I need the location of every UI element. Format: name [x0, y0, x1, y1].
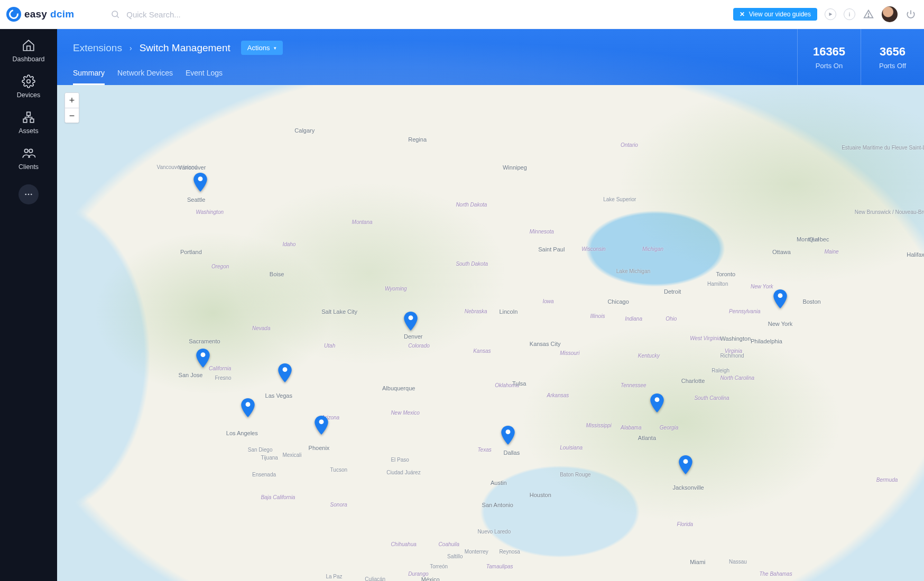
sidebar-item-clients[interactable]: Clients: [19, 146, 39, 171]
main: Extensions › Switch Management Actions ▾…: [57, 29, 924, 581]
sidebar-item-label: Assets: [19, 127, 39, 135]
video-guides-button[interactable]: ✕ View our video guides: [733, 8, 817, 21]
stat-label: Ports Off: [879, 62, 906, 70]
breadcrumb-page: Switch Management: [140, 42, 230, 54]
sidebar-item-label: Dashboard: [12, 55, 44, 63]
topbar: easydcim ✕ View our video guides i: [0, 0, 924, 29]
map-pin-dallas[interactable]: [501, 426, 515, 445]
power-icon[interactable]: [905, 8, 917, 20]
play-icon[interactable]: [825, 8, 836, 20]
stat-ports-off: 3656 Ports Off: [861, 29, 924, 85]
map-pin-los-angeles[interactable]: [241, 398, 255, 417]
svg-line-1: [117, 16, 119, 17]
svg-rect-8: [30, 119, 34, 123]
map-area[interactable]: + − CalgaryReginaWinnipegOntarioQuébecEs…: [57, 85, 924, 581]
map-pin-las-vegas[interactable]: [278, 363, 292, 382]
svg-rect-6: [27, 112, 31, 116]
svg-point-20: [505, 429, 510, 434]
logo-text-b: dcim: [50, 8, 74, 20]
stat-label: Ports On: [816, 62, 843, 70]
sidebar-more-button[interactable]: [19, 184, 39, 204]
svg-point-0: [112, 11, 118, 17]
stat-value: 3656: [880, 45, 905, 59]
sidebar: Dashboard Devices Assets Clients: [0, 29, 57, 581]
avatar[interactable]: [882, 6, 898, 22]
map-pin-denver[interactable]: [404, 312, 418, 331]
svg-point-4: [868, 16, 869, 17]
video-guides-label: View our video guides: [749, 11, 811, 18]
chevron-down-icon: ▾: [274, 45, 276, 51]
svg-rect-7: [23, 119, 27, 123]
svg-point-21: [654, 397, 659, 402]
actions-label: Actions: [247, 44, 270, 52]
svg-point-15: [200, 352, 205, 357]
gear-icon: [22, 74, 35, 88]
chevron-right-icon: ›: [130, 44, 132, 52]
tab-event-logs[interactable]: Event Logs: [186, 69, 223, 85]
svg-point-12: [28, 194, 30, 195]
svg-point-18: [319, 419, 324, 424]
search-wrap: [110, 10, 726, 19]
map-pin-phoenix[interactable]: [315, 416, 328, 435]
svg-point-23: [778, 293, 782, 298]
stats: 16365 Ports On 3656 Ports Off: [797, 29, 924, 85]
home-icon: [22, 39, 35, 52]
svg-marker-2: [829, 13, 833, 16]
more-icon: [24, 190, 33, 199]
sidebar-item-dashboard[interactable]: Dashboard: [12, 39, 44, 63]
stat-ports-on: 16365 Ports On: [797, 29, 861, 85]
svg-point-14: [198, 176, 202, 181]
svg-point-17: [283, 368, 288, 372]
stat-value: 16365: [813, 45, 845, 59]
breadcrumb-root[interactable]: Extensions: [73, 42, 122, 54]
tab-summary[interactable]: Summary: [73, 69, 105, 85]
close-icon[interactable]: ✕: [740, 11, 745, 18]
info-icon[interactable]: i: [844, 8, 855, 20]
map-pin-san-jose[interactable]: [196, 349, 210, 368]
svg-point-5: [27, 80, 31, 83]
sidebar-item-label: Clients: [19, 163, 39, 171]
map-pin-jacksonville[interactable]: [679, 455, 692, 474]
page-header: Extensions › Switch Management Actions ▾…: [57, 29, 924, 85]
zoom-out-button[interactable]: −: [65, 108, 79, 123]
svg-point-16: [245, 402, 250, 407]
sidebar-item-devices[interactable]: Devices: [17, 74, 40, 99]
svg-point-10: [29, 149, 33, 153]
assets-icon: [22, 110, 35, 124]
breadcrumb: Extensions › Switch Management: [73, 42, 230, 54]
logo-mark-icon: [6, 7, 21, 22]
svg-point-13: [31, 194, 32, 195]
alert-icon[interactable]: [863, 8, 874, 20]
actions-button[interactable]: Actions ▾: [241, 41, 283, 55]
zoom-in-button[interactable]: +: [65, 93, 79, 108]
logo[interactable]: easydcim: [6, 7, 74, 22]
map-pin-new-york[interactable]: [773, 289, 787, 308]
logo-text-a: easy: [24, 8, 47, 20]
search-icon: [110, 10, 120, 19]
sidebar-item-assets[interactable]: Assets: [19, 110, 39, 135]
map-pin-seattle[interactable]: [193, 173, 207, 192]
top-icons: ✕ View our video guides i: [733, 6, 917, 22]
svg-point-22: [683, 459, 688, 464]
search-input[interactable]: [126, 10, 264, 19]
map-pin-atlanta[interactable]: [650, 393, 664, 413]
svg-point-11: [25, 194, 26, 195]
svg-point-19: [409, 315, 413, 320]
map-background-tint: [57, 85, 924, 581]
zoom-control: + −: [64, 92, 79, 123]
tabs: SummaryNetwork DevicesEvent Logs: [57, 55, 924, 85]
sidebar-item-label: Devices: [17, 91, 40, 99]
svg-point-9: [24, 149, 28, 153]
tab-network-devices[interactable]: Network Devices: [117, 69, 173, 85]
clients-icon: [22, 146, 35, 160]
